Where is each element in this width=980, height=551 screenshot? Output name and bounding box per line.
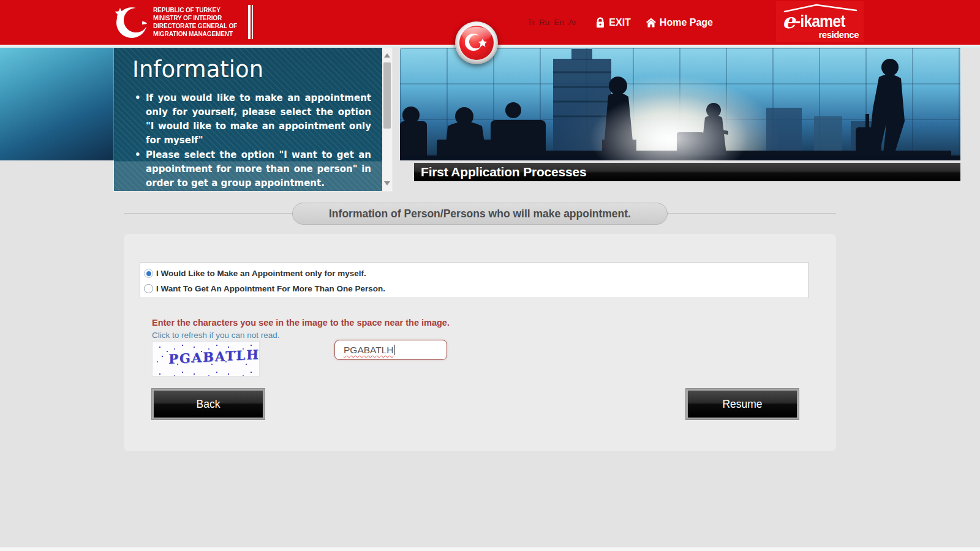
bottom-strip (0, 547, 980, 551)
section-title-pill: Information of Person/Persons who will m… (292, 203, 668, 225)
brand-name: e -ikamet (782, 12, 859, 29)
scroll-down-arrow[interactable] (384, 181, 390, 186)
information-panel: Information If you would like to make an… (114, 48, 392, 191)
information-title: Information (132, 56, 371, 83)
lock-icon (595, 17, 606, 28)
lang-ar[interactable]: Ar (568, 18, 577, 27)
captcha-image-text: PGABATLH (168, 347, 260, 367)
ministry-text: REPUBLIC OF TURKEY MINISTRY OF INTERIOR … (153, 6, 244, 38)
option-label-group: I Want To Get An Appointment For More Th… (156, 284, 385, 293)
exit-button[interactable]: EXIT (595, 17, 631, 28)
lang-tr[interactable]: Tr (527, 18, 535, 27)
ministry-line2: MINISTRY OF INTERIOR (153, 14, 237, 22)
brand-rest: -ikamet (796, 13, 845, 29)
banner-left-gradient (0, 48, 114, 160)
captcha-instruction: Enter the characters you see in the imag… (152, 318, 450, 328)
appointment-options-box: I Would Like to Make an Appointment only… (140, 262, 809, 298)
radio-myself[interactable] (144, 269, 153, 278)
crescent-star-icon (113, 4, 151, 40)
option-row-myself[interactable]: I Would Like to Make an Appointment only… (144, 266, 808, 281)
resume-button[interactable]: Resume (686, 389, 799, 419)
page-title-bar: First Application Processes (414, 163, 960, 181)
info-bullet-1: If you would like to make an appointment… (132, 91, 371, 148)
captcha-input[interactable]: PGABATLH (334, 340, 447, 360)
header-nav: Tr Ru En Ar EXIT Home Page (527, 0, 713, 45)
information-list: If you would like to make an appointment… (132, 91, 371, 191)
appointment-form-panel: I Would Like to Make an Appointment only… (124, 234, 836, 451)
turkish-flag-button[interactable] (455, 21, 498, 64)
brand-e-glyph: e (782, 12, 796, 29)
option-label-myself: I Would Like to Make an Appointment only… (156, 269, 366, 278)
banner-section: Information If you would like to make an… (0, 48, 980, 160)
language-switcher: Tr Ru En Ar (527, 18, 577, 27)
captcha-image[interactable]: PGABATLH (152, 341, 260, 377)
banner-photo (400, 48, 960, 160)
home-page-label: Home Page (660, 17, 713, 28)
exit-label: EXIT (609, 17, 631, 28)
home-icon (646, 17, 657, 28)
info-bullet-2: Please select the option "I want to get … (132, 148, 371, 190)
ministry-line1: REPUBLIC OF TURKEY (153, 6, 237, 14)
info-scrollbar[interactable] (382, 48, 392, 191)
section-title-row: Information of Person/Persons who will m… (0, 203, 980, 225)
back-button[interactable]: Back (152, 389, 265, 419)
text-cursor (394, 345, 395, 355)
page-title: First Application Processes (421, 165, 586, 179)
app-header: REPUBLIC OF TURKEY MINISTRY OF INTERIOR … (0, 0, 980, 45)
radio-group[interactable] (144, 284, 153, 293)
e-ikamet-logo[interactable]: e -ikamet residence (776, 1, 864, 42)
home-page-button[interactable]: Home Page (646, 17, 713, 28)
scrollbar-thumb[interactable] (383, 62, 391, 129)
captcha-input-value: PGABATLH (344, 345, 394, 356)
ministry-logo: REPUBLIC OF TURKEY MINISTRY OF INTERIOR … (113, 4, 253, 40)
ministry-line4: MIGRATION MANAGEMENT (153, 30, 237, 38)
lang-en[interactable]: En (554, 18, 564, 27)
lang-ru[interactable]: Ru (539, 18, 549, 27)
turkish-flag-icon (459, 26, 494, 60)
scroll-up-arrow[interactable] (384, 53, 390, 58)
option-row-group[interactable]: I Want To Get An Appointment For More Th… (144, 281, 808, 296)
ministry-line3: DIRECTORATE GENERAL OF (153, 22, 237, 30)
logo-divider-bars (248, 5, 253, 39)
captcha-refresh-link[interactable]: Click to refresh if you can not read. (152, 331, 280, 340)
